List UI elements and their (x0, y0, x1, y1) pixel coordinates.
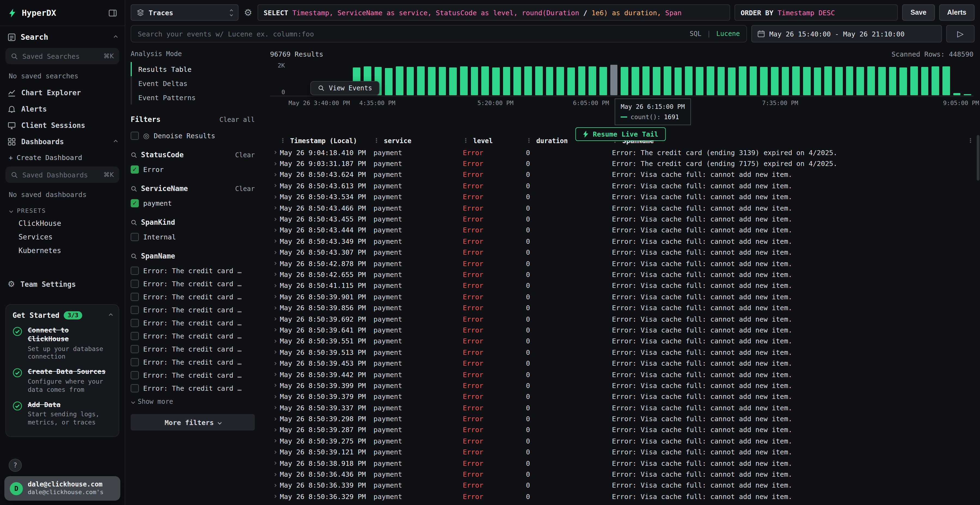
column-header[interactable]: service (384, 137, 411, 145)
histogram-bar[interactable] (910, 67, 918, 95)
filter-option[interactable]: Error: The credit card … (130, 342, 255, 355)
view-events-button[interactable]: View Events (310, 81, 380, 95)
sidebar-item-chart-explorer[interactable]: Chart Explorer (0, 84, 125, 101)
table-row[interactable]: May 26 8:50:36.339 PM payment Error 0 Er… (270, 480, 974, 491)
table-row[interactable]: May 26 8:50:36.436 PM payment Error 0 Er… (270, 469, 974, 480)
source-select[interactable]: Traces (130, 4, 239, 21)
histogram-bar[interactable] (492, 67, 500, 95)
histogram-bar[interactable] (878, 67, 886, 95)
create-dashboard-button[interactable]: + Create Dashboard (0, 150, 125, 165)
sql-expression-editor[interactable]: SELECT Timestamp, ServiceName as service… (258, 4, 730, 21)
presets-header[interactable]: PRESETS (0, 203, 125, 217)
sidebar-item-client-sessions[interactable]: Client Sessions (0, 117, 125, 133)
events-histogram[interactable]: 2K 0 May 26 3:40:00 PM4:35:00 PM5:20:00 … (270, 64, 974, 108)
column-header[interactable]: Timestamp (Local) (290, 137, 357, 145)
histogram-bar[interactable] (406, 67, 414, 95)
histogram-bar[interactable] (696, 67, 703, 95)
filter-option[interactable]: payment (130, 197, 255, 210)
histogram-bar[interactable] (482, 67, 489, 95)
expand-row-icon[interactable] (273, 417, 276, 420)
table-row[interactable]: May 26 8:50:36.329 PM payment Error 0 Er… (270, 491, 974, 502)
search-input[interactable] (138, 30, 684, 38)
column-grip-icon[interactable]: ⋮ (463, 137, 469, 144)
expand-row-icon[interactable] (273, 184, 276, 187)
search-icon[interactable] (130, 152, 137, 158)
filter-option[interactable]: Error: The credit card … (130, 368, 255, 381)
histogram-bar[interactable] (396, 67, 403, 95)
histogram-bar[interactable] (781, 67, 789, 95)
expand-row-icon[interactable] (273, 229, 276, 232)
histogram-bar[interactable] (546, 67, 553, 95)
histogram-bar[interactable] (417, 66, 425, 95)
filter-option[interactable]: Error: The credit card … (130, 381, 255, 395)
histogram-bar[interactable] (792, 67, 800, 95)
table-row[interactable]: May 26 8:50:39.692 PM payment Error 0 Er… (270, 313, 974, 325)
denoise-results-checkbox[interactable]: ◎ Denoise Results (130, 129, 255, 142)
expand-row-icon[interactable] (273, 284, 276, 287)
expand-row-icon[interactable] (273, 462, 276, 465)
event-search-bar[interactable]: SQL | Lucene (130, 25, 747, 43)
expand-row-icon[interactable] (273, 173, 276, 176)
table-row[interactable]: May 26 8:50:43.307 PM payment Error 0 Er… (270, 247, 974, 258)
table-row[interactable]: May 26 8:50:39.513 PM payment Error 0 Er… (270, 347, 974, 358)
histogram-bar[interactable] (771, 67, 778, 95)
filter-option[interactable]: Error: The credit card … (130, 264, 255, 277)
histogram-bar[interactable] (846, 67, 853, 95)
histogram-bar[interactable] (621, 67, 628, 95)
histogram-bar[interactable] (514, 67, 521, 95)
filter-option[interactable]: Error: The credit card … (130, 355, 255, 368)
histogram-bar[interactable] (835, 67, 843, 95)
column-header[interactable]: duration (536, 137, 568, 145)
table-row[interactable]: May 26 8:50:39.901 PM payment Error 0 Er… (270, 291, 974, 302)
filter-option[interactable]: Error (130, 163, 255, 176)
table-row[interactable]: May 26 8:50:42.878 PM payment Error 0 Er… (270, 258, 974, 269)
expand-row-icon[interactable] (273, 440, 276, 442)
expand-row-icon[interactable] (273, 384, 276, 387)
expand-row-icon[interactable] (273, 395, 276, 398)
histogram-bar[interactable] (675, 67, 682, 95)
mode-lucene-toggle[interactable]: Lucene (716, 30, 740, 38)
filter-option[interactable]: Error: The credit card … (130, 303, 255, 316)
user-menu[interactable]: D dale@clickhouse.com dale@clickhouse.co… (4, 476, 120, 501)
histogram-bar[interactable] (524, 66, 531, 95)
histogram-bar[interactable] (803, 67, 810, 95)
histogram-bar[interactable] (610, 65, 617, 95)
preset-kubernetes[interactable]: Kubernetes (0, 244, 125, 257)
save-button[interactable]: Save (902, 4, 935, 21)
histogram-bar[interactable] (857, 67, 864, 95)
expand-row-icon[interactable] (273, 340, 276, 343)
column-grip-icon[interactable]: ⋮ (374, 137, 379, 144)
expand-row-icon[interactable] (273, 295, 276, 298)
histogram-bar[interactable] (921, 67, 928, 95)
help-button[interactable]: ? (9, 459, 22, 472)
table-row[interactable]: May 26 8:50:39.275 PM payment Error 0 Er… (270, 435, 974, 446)
table-row[interactable]: May 26 8:50:38.918 PM payment Error 0 Er… (270, 458, 974, 469)
expand-row-icon[interactable] (273, 351, 276, 354)
histogram-bar[interactable] (932, 67, 939, 95)
table-row[interactable]: May 26 8:50:41.115 PM payment Error 0 Er… (270, 280, 974, 291)
histogram-bar[interactable] (428, 67, 435, 95)
table-row[interactable]: May 26 9:04:18.410 PM payment Error 0 Er… (270, 147, 974, 158)
table-row[interactable]: May 26 8:50:39.551 PM payment Error 0 Er… (270, 335, 974, 347)
table-row[interactable]: May 26 8:50:39.379 PM payment Error 0 Er… (270, 391, 974, 402)
histogram-bar[interactable] (439, 67, 446, 95)
histogram-bar[interactable] (589, 67, 596, 95)
expand-row-icon[interactable] (273, 317, 276, 320)
expand-row-icon[interactable] (273, 195, 276, 199)
expand-row-icon[interactable] (273, 151, 276, 154)
search-icon[interactable] (130, 219, 137, 226)
resume-live-tail-button[interactable]: Resume Live Tail (576, 127, 666, 141)
histogram-bar[interactable] (867, 66, 875, 95)
column-grip-icon[interactable]: ⋮ (280, 137, 286, 144)
filter-option[interactable]: Error: The credit card … (130, 290, 255, 303)
table-row[interactable]: May 26 8:50:42.655 PM payment Error 0 Er… (270, 269, 974, 280)
expand-row-icon[interactable] (273, 495, 276, 498)
saved-dashboards-input[interactable]: Saved Dashboards ⌘K (5, 167, 119, 183)
histogram-bar[interactable] (814, 67, 821, 95)
get-started-step[interactable]: Create Data Sources Configure where your… (13, 368, 112, 394)
expand-row-icon[interactable] (273, 451, 276, 454)
histogram-bar[interactable] (824, 67, 832, 95)
expand-row-icon[interactable] (273, 162, 276, 165)
filter-option[interactable]: Error: The credit card … (130, 329, 255, 342)
table-row[interactable]: May 26 8:50:43.534 PM payment Error 0 Er… (270, 191, 974, 202)
